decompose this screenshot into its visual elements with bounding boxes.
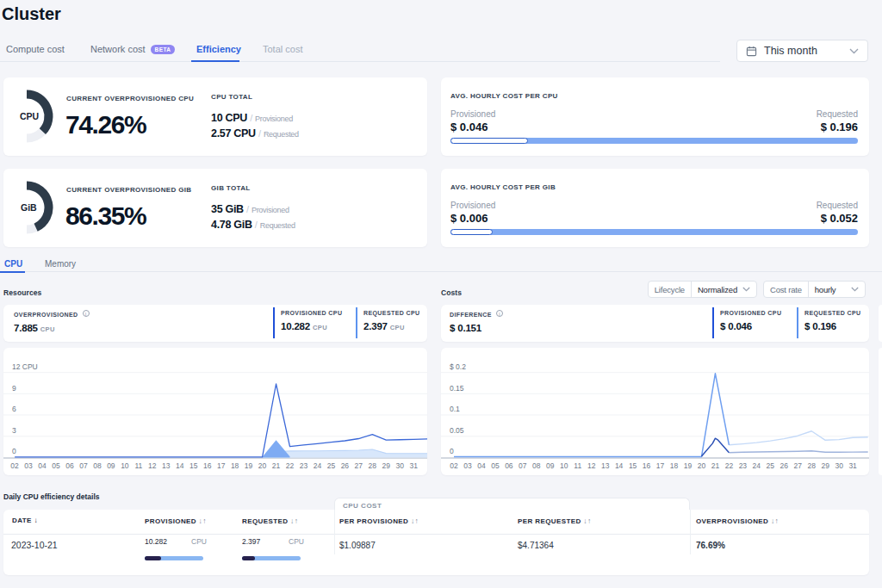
svg-text:11: 11 xyxy=(574,461,581,470)
svg-text:08: 08 xyxy=(532,461,541,470)
svg-text:09: 09 xyxy=(546,461,555,470)
svg-text:26: 26 xyxy=(780,461,789,470)
svg-text:0: 0 xyxy=(12,447,16,455)
svg-text:03: 03 xyxy=(24,461,33,470)
svg-text:07: 07 xyxy=(519,461,527,470)
svg-text:06: 06 xyxy=(65,461,74,470)
svg-text:12: 12 xyxy=(148,461,157,470)
svg-text:10: 10 xyxy=(121,461,129,470)
svg-text:23: 23 xyxy=(739,461,748,470)
svg-text:22: 22 xyxy=(286,461,295,470)
svg-text:19: 19 xyxy=(245,461,253,470)
svg-text:0.05: 0.05 xyxy=(450,426,464,435)
svg-text:17: 17 xyxy=(217,461,226,470)
svg-text:14: 14 xyxy=(615,461,624,470)
svg-text:12 CPU: 12 CPU xyxy=(12,362,38,371)
svg-text:13: 13 xyxy=(601,461,610,470)
svg-text:20: 20 xyxy=(698,461,706,470)
svg-text:29: 29 xyxy=(821,461,829,470)
svg-text:14: 14 xyxy=(176,461,184,470)
svg-text:29: 29 xyxy=(382,461,391,470)
svg-text:25: 25 xyxy=(327,461,336,470)
svg-text:16: 16 xyxy=(643,461,651,470)
svg-text:23: 23 xyxy=(300,461,308,470)
svg-text:06: 06 xyxy=(505,461,513,470)
svg-text:0.15: 0.15 xyxy=(450,384,464,393)
svg-text:24: 24 xyxy=(753,461,761,470)
svg-text:04: 04 xyxy=(38,461,47,470)
svg-text:18: 18 xyxy=(670,461,679,470)
svg-text:21: 21 xyxy=(272,461,281,470)
svg-text:18: 18 xyxy=(231,461,239,470)
svg-text:28: 28 xyxy=(369,461,377,470)
svg-text:31: 31 xyxy=(409,461,418,470)
svg-text:12: 12 xyxy=(587,461,596,470)
svg-text:22: 22 xyxy=(725,461,734,470)
svg-text:$ 0.2: $ 0.2 xyxy=(450,362,466,371)
svg-text:0.1: 0.1 xyxy=(450,405,460,413)
svg-text:25: 25 xyxy=(767,461,775,470)
svg-text:30: 30 xyxy=(835,461,843,470)
svg-text:9: 9 xyxy=(12,384,16,393)
svg-text:09: 09 xyxy=(107,461,115,470)
svg-text:30: 30 xyxy=(396,461,405,470)
svg-text:3: 3 xyxy=(12,426,16,435)
svg-text:31: 31 xyxy=(848,461,857,470)
svg-text:6: 6 xyxy=(12,405,16,413)
svg-text:02: 02 xyxy=(10,461,19,470)
svg-text:24: 24 xyxy=(314,461,322,470)
svg-text:10: 10 xyxy=(560,461,568,470)
svg-text:07: 07 xyxy=(79,461,88,470)
svg-text:15: 15 xyxy=(629,461,637,470)
svg-text:11: 11 xyxy=(134,461,142,470)
svg-text:13: 13 xyxy=(162,461,171,470)
svg-text:27: 27 xyxy=(355,461,363,470)
svg-text:17: 17 xyxy=(656,461,665,470)
svg-text:28: 28 xyxy=(807,461,816,470)
svg-text:26: 26 xyxy=(341,461,350,470)
svg-text:05: 05 xyxy=(52,461,60,470)
svg-text:20: 20 xyxy=(258,461,267,470)
svg-text:08: 08 xyxy=(93,461,102,470)
svg-text:19: 19 xyxy=(684,461,693,470)
svg-text:27: 27 xyxy=(794,461,803,470)
svg-text:0: 0 xyxy=(450,447,454,455)
svg-text:02: 02 xyxy=(450,461,458,470)
svg-text:16: 16 xyxy=(203,461,212,470)
svg-text:15: 15 xyxy=(189,461,198,470)
svg-text:03: 03 xyxy=(463,461,472,470)
svg-text:04: 04 xyxy=(477,461,486,470)
svg-text:21: 21 xyxy=(711,461,720,470)
svg-text:05: 05 xyxy=(491,461,500,470)
